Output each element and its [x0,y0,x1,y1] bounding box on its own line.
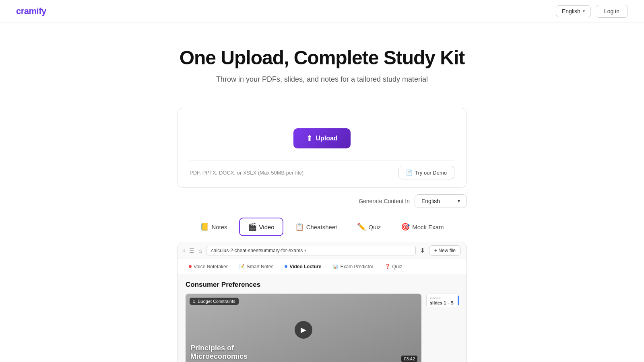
demo-button[interactable]: 📄 Try our Demo [398,166,454,179]
generate-lang-label: Generate Content In [359,198,410,204]
upload-icon: ⬆ [306,134,312,143]
tab-cheatsheet[interactable]: 📋 Cheatsheet [287,218,346,236]
tab-quiz[interactable]: ✏️ Quiz [349,218,389,236]
browser-menu-icon[interactable]: ☰ [189,247,194,254]
login-button[interactable]: Log in [596,5,628,18]
video-player[interactable]: 1. Budget Constraints ▶ Principles of Mi… [186,294,421,362]
url-text: calculus-2-cheat-sheetsummary-for-exams [211,248,303,253]
play-button[interactable]: ▶ [295,321,312,339]
smart-notes-icon: 📝 [239,264,245,269]
video-sidebar: covers slides 1 – 5 [426,294,458,307]
generate-lang-row: Generate Content In English ▾ [177,194,467,208]
chevron-down-icon: ▾ [583,9,585,13]
generate-lang-value: English [421,198,440,204]
dot-indicator-blue [285,265,287,268]
inner-toolbar: Voice Notetaker 📝 Smart Notes Video Lect… [178,259,466,274]
video-duration: 03:42 [401,356,417,362]
inner-tab-exam-predictor-label: Exam Predictor [341,264,374,269]
tab-notes[interactable]: 📒 Notes [192,218,235,236]
lang-label-header: English [562,8,580,14]
inner-tab-quiz-label: Quiz [392,264,402,269]
video-title-text: Principles of Microeconomics [190,344,248,361]
inner-quiz-icon: ❓ [385,264,390,269]
hero-title: One Upload, Complete Study Kit [8,47,636,69]
video-label-badge: 1. Budget Constraints [190,298,239,305]
tab-mock-exam-label: Mock Exam [412,224,444,230]
inner-tab-quiz[interactable]: ❓ Quiz [380,262,407,272]
inner-tab-video-lecture[interactable]: Video Lecture [280,262,326,272]
preview-window: ‹ ☰ ⌂ calculus-2-cheat-sheetsummary-for-… [177,242,467,362]
feature-tabs: 📒 Notes 🎬 Video 📋 Cheatsheet ✏️ Quiz 🎯 M… [177,218,467,236]
covers-label: covers [430,296,455,300]
video-icon: 🎬 [248,222,257,231]
inner-tab-smart-notes[interactable]: 📝 Smart Notes [234,262,279,272]
hero-subtitle: Throw in your PDFs, slides, and notes fo… [8,75,636,84]
upload-label: Upload [316,135,337,142]
mock-exam-icon: 🎯 [401,222,410,231]
inner-tab-exam-predictor[interactable]: 📊 Exam Predictor [328,262,378,272]
url-chevron-icon: ▾ [304,248,306,253]
browser-home-icon[interactable]: ⌂ [198,247,202,254]
new-file-button[interactable]: + New file [429,245,461,256]
tab-cheatsheet-label: Cheatsheet [306,224,337,230]
tab-video-label: Video [259,224,275,230]
covers-badge: covers slides 1 – 5 [426,294,458,307]
quiz-icon: ✏️ [357,222,366,231]
browser-back-button[interactable]: ‹ [183,247,185,254]
file-hint: PDF, PPTX, DOCX, or XSLX (Max 50MB per f… [190,170,303,176]
tab-notes-label: Notes [211,224,227,230]
upload-area: ⬆ Upload [190,120,454,152]
generate-lang-selector[interactable]: English ▾ [415,194,467,208]
upload-footer: PDF, PPTX, DOCX, or XSLX (Max 50MB per f… [190,160,454,179]
logo[interactable]: cramify [16,6,46,16]
browser-actions: ⬇ + New file [420,245,461,256]
demo-icon: 📄 [406,169,413,176]
video-content-area: Consumer Preferences 1. Budget Constrain… [178,274,466,362]
notes-icon: 📒 [200,222,209,231]
exam-predictor-icon: 📊 [333,264,339,269]
play-icon: ▶ [301,325,306,334]
covers-slides: slides 1 – 5 [430,300,454,305]
hero-section: One Upload, Complete Study Kit Throw in … [0,23,644,96]
tab-mock-exam[interactable]: 🎯 Mock Exam [392,218,452,236]
inner-tab-video-lecture-label: Video Lecture [289,264,321,269]
video-layout: 1. Budget Constraints ▶ Principles of Mi… [186,294,458,362]
language-selector-header[interactable]: English ▾ [556,5,591,17]
video-section-title: Consumer Preferences [186,281,458,289]
video-thumbnail: 1. Budget Constraints ▶ Principles of Mi… [186,294,421,362]
inner-tab-smart-notes-label: Smart Notes [247,264,274,269]
cheatsheet-icon: 📋 [295,222,304,231]
browser-chrome: ‹ ☰ ⌂ calculus-2-cheat-sheetsummary-for-… [178,242,466,259]
tab-video[interactable]: 🎬 Video [239,218,283,236]
download-icon[interactable]: ⬇ [420,247,425,254]
tab-quiz-label: Quiz [368,224,381,230]
header-right: English ▾ Log in [556,5,628,18]
dot-indicator [189,265,192,268]
header: cramify English ▾ Log in [0,0,644,23]
demo-label: Try our Demo [415,170,447,176]
inner-tab-voice[interactable]: Voice Notetaker [184,262,233,272]
upload-container: ⬆ Upload PDF, PPTX, DOCX, or XSLX (Max 5… [177,108,467,188]
upload-button[interactable]: ⬆ Upload [293,128,350,148]
chevron-down-icon-lang: ▾ [458,198,460,204]
inner-tab-voice-label: Voice Notetaker [194,264,228,269]
browser-url-bar[interactable]: calculus-2-cheat-sheetsummary-for-exams … [206,246,416,255]
